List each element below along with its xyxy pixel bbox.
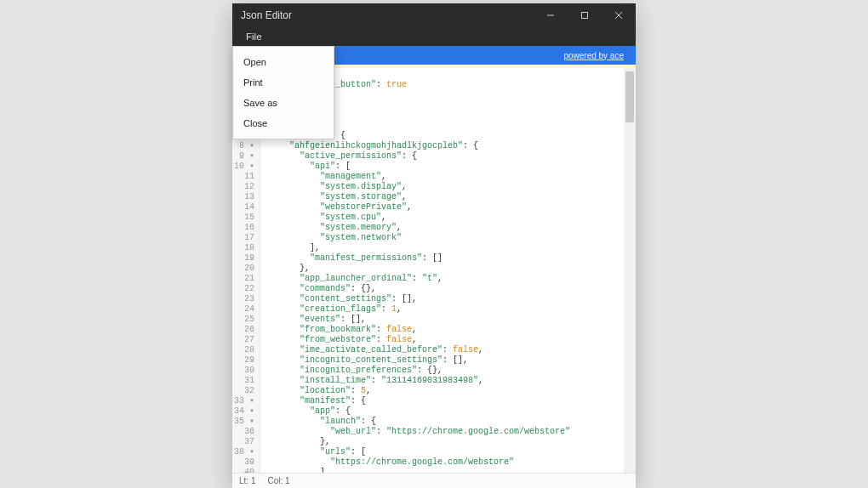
line-number[interactable]: 36 [234,427,254,437]
line-number[interactable]: 17 [234,233,254,243]
line-number[interactable]: 9 ▾ [234,151,254,162]
line-number[interactable]: 12 [234,182,254,192]
minimize-button[interactable] [534,3,568,27]
menubar: File [232,27,636,46]
line-number[interactable]: 21 [234,274,254,284]
line-number[interactable]: 19 [234,253,254,264]
line-number[interactable]: 23 [234,294,254,304]
statusbar: Lt: 1 Col: 1 [232,473,636,488]
maximize-button[interactable] [568,3,602,27]
line-number[interactable]: 38 ▾ [234,447,254,457]
line-number[interactable]: 14 [234,202,254,213]
line-number[interactable]: 27 [234,335,254,345]
menu-saveas[interactable]: Save as [233,93,334,113]
line-number[interactable]: 29 [234,355,254,366]
line-number[interactable]: 39 [234,457,254,468]
line-number[interactable]: 34 ▾ [234,406,254,417]
powered-by-link[interactable]: powered by ace [563,51,624,60]
file-dropdown: Open Print Save as Close [232,46,334,139]
line-number[interactable]: 13 [234,192,254,202]
line-number[interactable]: 40 [234,468,254,473]
line-number[interactable]: 26 [234,325,254,335]
line-number[interactable]: 35 ▾ [234,417,254,427]
titlebar[interactable]: Json Editor [232,3,636,27]
line-number[interactable]: 20 [234,264,254,274]
window-controls [534,3,636,27]
line-number[interactable]: 11 [234,172,254,182]
menu-print[interactable]: Print [233,72,334,93]
line-number[interactable]: 25 [234,315,254,325]
close-button[interactable] [602,3,636,27]
line-number[interactable]: 32 [234,386,254,396]
line-number[interactable]: 10 ▾ [234,162,254,172]
status-col: Col: 1 [267,476,289,485]
line-number[interactable]: 24 [234,304,254,315]
line-number[interactable]: 33 ▾ [234,396,254,406]
window-title: Json Editor [241,9,292,21]
svg-rect-1 [582,13,588,19]
line-number[interactable]: 18 [234,243,254,253]
scrollbar-thumb[interactable] [625,71,634,122]
line-number[interactable]: 22 [234,284,254,294]
app-window: Json Editor File Open Print Save as Clos… [232,3,636,488]
menu-file[interactable]: File [241,30,267,43]
line-number[interactable]: 30 [234,366,254,376]
line-number[interactable]: 37 [234,437,254,447]
menu-open[interactable]: Open [233,52,334,72]
status-line: Lt: 1 [239,476,255,485]
line-number[interactable]: 28 [234,345,254,355]
line-number[interactable]: 16 [234,223,254,233]
line-number[interactable]: 8 ▾ [234,141,254,151]
vertical-scrollbar[interactable] [624,68,636,473]
line-number[interactable]: 31 [234,376,254,386]
line-number[interactable]: 15 [234,213,254,223]
menu-close[interactable]: Close [233,113,334,133]
